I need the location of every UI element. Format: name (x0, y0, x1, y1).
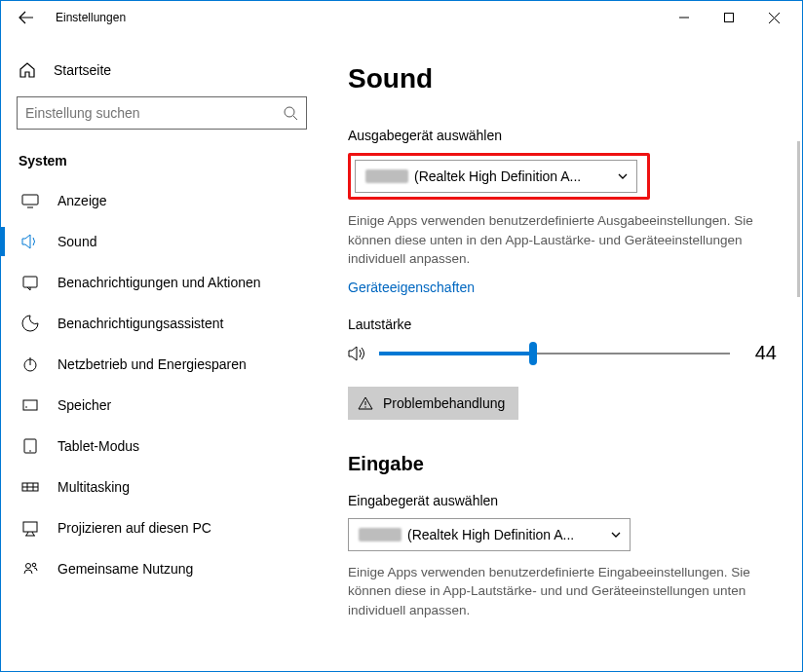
volume-slider[interactable] (379, 342, 730, 365)
search-input[interactable] (25, 105, 283, 121)
svg-point-14 (29, 450, 31, 452)
sidebar-item-multitasking[interactable]: Multitasking (15, 467, 309, 507)
sidebar-item-label: Projizieren auf diesen PC (57, 520, 211, 536)
sidebar-item-gemeinsame-nutzung[interactable]: Gemeinsame Nutzung (15, 548, 309, 589)
volume-value: 44 (742, 342, 777, 364)
sidebar-item-label: Benachrichtigungsassistent (57, 316, 223, 331)
home-link[interactable]: Startseite (15, 54, 309, 96)
volume-label: Lautstärke (348, 317, 777, 332)
svg-rect-19 (23, 522, 37, 532)
output-desc: Einige Apps verwenden benutzerdefinierte… (348, 211, 767, 269)
svg-rect-8 (23, 277, 37, 287)
maximize-button[interactable] (707, 3, 751, 32)
sidebar-item-label: Anzeige (57, 193, 107, 208)
scrollbar[interactable] (797, 141, 800, 297)
home-label: Startseite (54, 62, 111, 78)
sidebar-item-label: Sound (57, 234, 96, 249)
chevron-down-icon (617, 170, 629, 182)
input-heading: Eingabe (348, 453, 777, 475)
svg-point-12 (25, 406, 27, 408)
sidebar-item-label: Gemeinsame Nutzung (57, 561, 193, 577)
svg-rect-11 (23, 400, 37, 410)
close-icon (769, 13, 780, 23)
troubleshoot-label: Problembehandlung (383, 395, 505, 411)
sidebar-item-benachrichtigungsassistent[interactable]: Benachrichtigungsassistent (15, 303, 309, 344)
titlebar: Einstellungen (1, 1, 802, 34)
minimize-button[interactable] (662, 3, 707, 32)
svg-line-5 (293, 116, 297, 120)
close-button[interactable] (751, 3, 796, 32)
svg-rect-6 (22, 195, 38, 205)
sidebar-item-sound[interactable]: Sound (15, 221, 309, 262)
sidebar-item-netzbetrieb-und-energiesparen[interactable]: Netzbetrieb und Energiesparen (15, 344, 309, 385)
speaker-icon[interactable] (348, 345, 367, 362)
svg-point-4 (285, 107, 294, 117)
main-panel: Sound Ausgabegerät auswählen (Realtek Hi… (323, 34, 802, 672)
sidebar-item-label: Benachrichtigungen und Aktionen (57, 275, 261, 290)
search-icon (283, 105, 298, 121)
sidebar-item-label: Speicher (57, 397, 111, 413)
maximize-icon (724, 13, 734, 22)
search-box[interactable] (17, 96, 307, 130)
input-desc: Einige Apps verwenden benutzerdefinierte… (348, 563, 767, 620)
tablet-icon (20, 436, 40, 456)
multitasking-icon (20, 477, 40, 497)
svg-point-23 (364, 406, 365, 407)
sidebar-item-tablet-modus[interactable]: Tablet-Modus (15, 426, 309, 467)
sidebar-item-speicher[interactable]: Speicher (15, 385, 309, 426)
back-arrow-icon (19, 10, 34, 25)
sound-icon (20, 232, 40, 251)
back-button[interactable] (15, 6, 38, 29)
sidebar-item-anzeige[interactable]: Anzeige (15, 180, 309, 221)
notifications-icon (20, 273, 40, 292)
sidebar-item-projizieren-auf-diesen-pc[interactable]: Projizieren auf diesen PC (15, 507, 309, 548)
power-icon (20, 355, 40, 374)
sidebar: Startseite System AnzeigeSoundBenachrich… (1, 34, 323, 672)
redacted-text (365, 169, 408, 183)
input-device-label: Eingabegerät auswählen (348, 493, 777, 508)
svg-rect-1 (725, 14, 734, 22)
home-icon (19, 61, 36, 79)
sidebar-item-label: Netzbetrieb und Energiesparen (57, 356, 247, 372)
redacted-text (359, 528, 402, 541)
shared-icon (20, 559, 40, 579)
svg-point-20 (26, 564, 31, 569)
page-title: Sound (348, 63, 777, 94)
input-device-dropdown[interactable]: (Realtek High Definition A... (348, 518, 631, 551)
svg-point-21 (32, 563, 36, 567)
sidebar-item-label: Tablet-Modus (57, 438, 139, 454)
output-device-label: Ausgabegerät auswählen (348, 128, 777, 143)
output-device-dropdown[interactable]: (Realtek High Definition A... (355, 160, 637, 193)
sidebar-item-label: Multitasking (57, 479, 130, 495)
device-properties-link[interactable]: Geräteeigenschaften (348, 280, 475, 295)
project-icon (20, 518, 40, 538)
storage-icon (20, 395, 40, 415)
window-title: Einstellungen (56, 11, 126, 24)
chevron-down-icon (610, 529, 622, 541)
focus-assist-icon (20, 314, 40, 333)
input-device-selected: (Realtek High Definition A... (407, 527, 610, 542)
output-device-selected: (Realtek High Definition A... (414, 168, 617, 184)
output-highlight: (Realtek High Definition A... (348, 153, 650, 200)
warning-icon (358, 395, 373, 411)
display-icon (20, 191, 40, 210)
minimize-icon (679, 13, 689, 22)
nav-list: AnzeigeSoundBenachrichtigungen und Aktio… (15, 180, 309, 589)
category-heading: System (15, 147, 309, 176)
troubleshoot-button[interactable]: Problembehandlung (348, 387, 518, 420)
sidebar-item-benachrichtigungen-und-aktionen[interactable]: Benachrichtigungen und Aktionen (15, 262, 309, 303)
